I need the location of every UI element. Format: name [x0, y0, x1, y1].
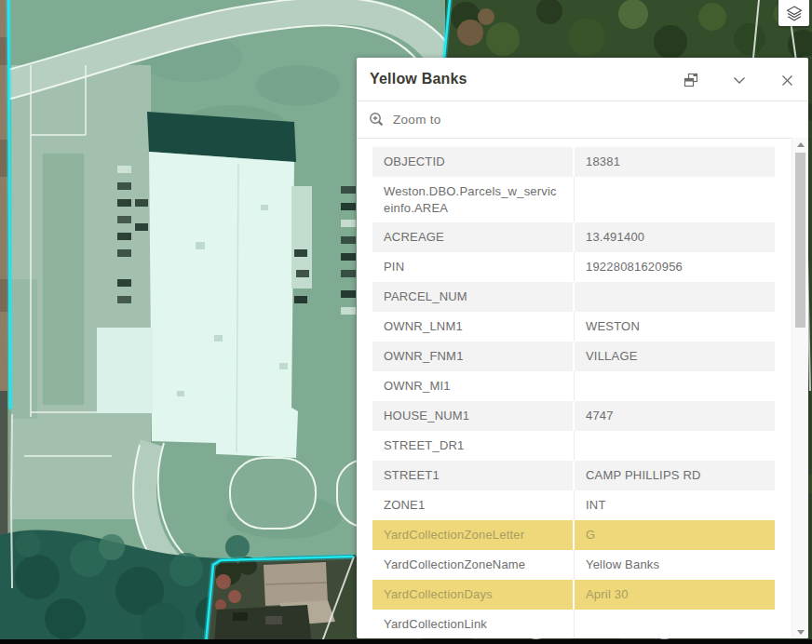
table-row: ACREAGE13.491400 [372, 222, 775, 252]
table-row: YardCollectionLink [372, 610, 775, 638]
zoom-in-magnifier-icon [369, 112, 385, 127]
field-value [575, 431, 775, 461]
close-icon [781, 74, 793, 87]
field-value: CAMP PHILLIPS RD [575, 461, 775, 490]
scroll-up-button[interactable] [792, 138, 808, 151]
zoom-to-label: Zoom to [393, 113, 441, 127]
field-value: WESTON [575, 312, 775, 342]
field-value [575, 177, 775, 222]
field-value: VILLAGE [575, 342, 775, 371]
field-label: YardCollectionZoneName [372, 550, 575, 580]
dock-icon [683, 72, 699, 88]
chevron-down-icon [733, 74, 746, 87]
table-row: YardCollectionZoneNameYellow Banks [372, 550, 775, 580]
feature-popup: Yellow Banks [357, 58, 808, 638]
triangle-down-icon [797, 630, 805, 635]
scroll-down-button[interactable] [792, 625, 808, 638]
field-label: OWNR_LNM1 [372, 312, 575, 342]
table-row: STREET1CAMP PHILLIPS RD [372, 461, 775, 490]
table-row-highlighted: YardCollectionZoneLetterG [372, 520, 775, 550]
field-value [575, 371, 775, 401]
close-button[interactable] [777, 70, 797, 90]
zoom-to-action[interactable]: Zoom to [357, 101, 808, 139]
field-label: OWNR_MI1 [372, 371, 575, 401]
field-value: INT [575, 490, 775, 520]
table-row: OWNR_FNM1VILLAGE [372, 342, 775, 371]
table-row: OWNR_MI1 [372, 371, 775, 401]
scrollbar-thumb[interactable] [795, 153, 805, 328]
layers-button[interactable] [778, 0, 809, 26]
field-label: YardCollectionDays [372, 580, 575, 610]
table-row-highlighted: YardCollectionDaysApril 30 [372, 580, 775, 610]
field-label: Weston.DBO.Parcels_w_serviceinfo.AREA [372, 177, 575, 222]
popup-scrollbar[interactable] [792, 138, 808, 638]
field-label: HOUSE_NUM1 [372, 401, 575, 431]
field-label: ZONE1 [372, 490, 575, 520]
dock-button[interactable] [681, 70, 701, 90]
popup-title: Yellow Banks [370, 71, 467, 87]
collapse-button[interactable] [729, 70, 750, 90]
table-row: Weston.DBO.Parcels_w_serviceinfo.AREA [372, 177, 775, 222]
field-label: ACREAGE [372, 222, 575, 252]
field-value: 4747 [575, 401, 775, 431]
field-label: YardCollectionLink [372, 610, 575, 638]
layers-icon [786, 6, 803, 21]
field-value: April 30 [575, 580, 775, 610]
table-row: PARCEL_NUM [372, 282, 775, 312]
attribute-table: OBJECTID18381 Weston.DBO.Parcels_w_servi… [372, 147, 775, 638]
field-value: G [575, 520, 775, 550]
popup-header: Yellow Banks [357, 58, 808, 101]
field-label: OWNR_FNM1 [372, 342, 575, 371]
table-row: PIN19228081620956 [372, 252, 775, 282]
field-label: PIN [372, 252, 575, 282]
table-row: ZONE1INT [372, 490, 775, 520]
field-label: STREET_DR1 [372, 431, 575, 461]
triangle-up-icon [797, 142, 805, 147]
field-value: 13.491400 [575, 222, 775, 252]
table-row: OWNR_LNM1WESTON [372, 312, 775, 342]
table-row: OBJECTID18381 [372, 147, 775, 177]
field-value [575, 282, 775, 312]
field-value [575, 610, 775, 638]
field-value: 18381 [575, 147, 775, 177]
field-label: PARCEL_NUM [372, 282, 575, 312]
field-label: STREET1 [372, 461, 575, 490]
field-value: Yellow Banks [575, 550, 775, 580]
field-value: 19228081620956 [575, 252, 775, 282]
table-row: HOUSE_NUM14747 [372, 401, 775, 431]
field-label: OBJECTID [372, 147, 575, 177]
field-label: YardCollectionZoneLetter [372, 520, 575, 550]
table-row: STREET_DR1 [372, 431, 775, 461]
